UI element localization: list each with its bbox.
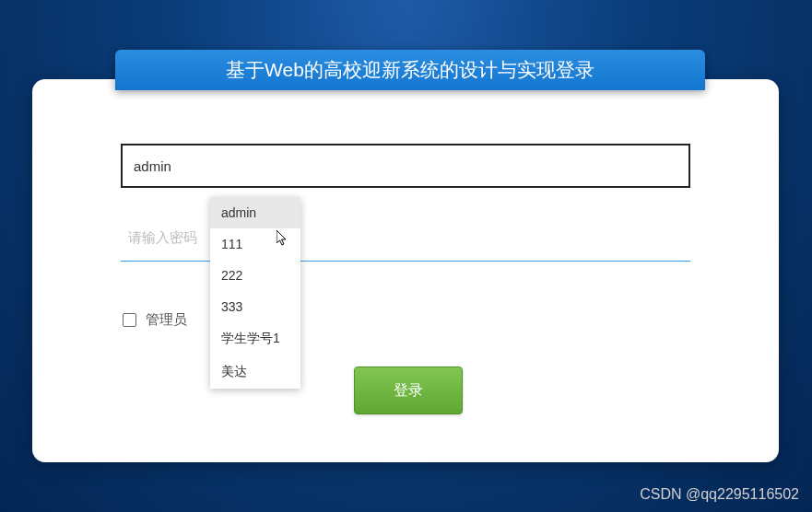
password-input[interactable] (121, 229, 690, 245)
admin-checkbox-label: 管理员 (146, 311, 187, 329)
dropdown-item[interactable]: 美达 (210, 355, 300, 389)
login-button[interactable]: 登录 (354, 367, 463, 414)
dropdown-item[interactable]: admin (210, 197, 300, 228)
dropdown-item[interactable]: 学生学号1 (210, 322, 300, 355)
page-title-banner: 基于Web的高校迎新系统的设计与实现登录 (115, 50, 705, 90)
username-input[interactable] (121, 144, 690, 188)
password-row (121, 221, 690, 262)
admin-checkbox[interactable] (123, 313, 136, 327)
login-button-label: 登录 (394, 381, 423, 401)
autocomplete-dropdown: admin 111 222 333 学生学号1 美达 (210, 197, 300, 389)
admin-checkbox-row: 管理员 (121, 311, 690, 329)
page-title: 基于Web的高校迎新系统的设计与实现登录 (226, 57, 594, 83)
dropdown-item[interactable]: 222 (210, 260, 300, 291)
dropdown-item[interactable]: 111 (210, 228, 300, 260)
watermark: CSDN @qq2295116502 (640, 486, 799, 503)
dropdown-item[interactable]: 333 (210, 291, 300, 322)
